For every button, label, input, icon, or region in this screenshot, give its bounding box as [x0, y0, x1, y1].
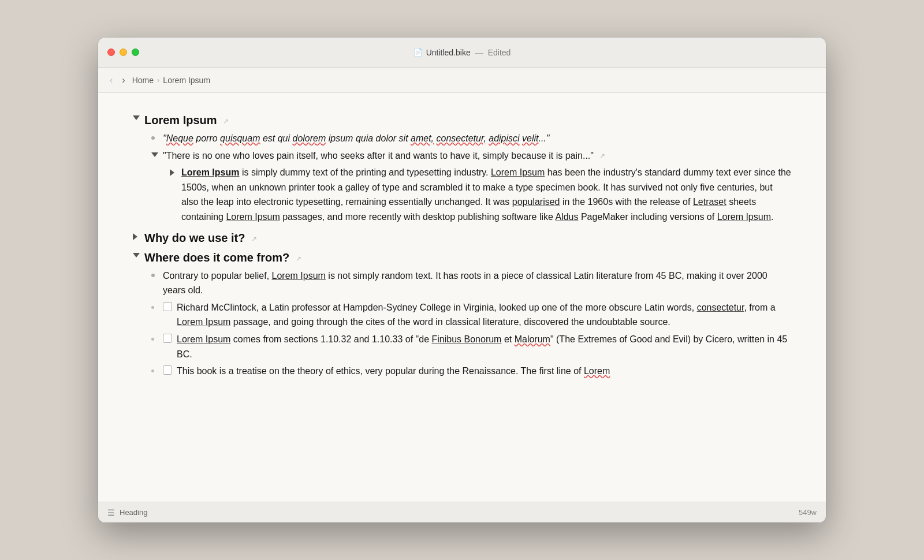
checkbox-text: Richard McClintock, a Latin professor at…: [177, 300, 791, 330]
close-button[interactable]: [107, 48, 115, 56]
titlebar-separator: —: [475, 48, 483, 57]
list-item: Lorem Ipsum comes from sections 1.10.32 …: [133, 332, 791, 363]
bullet-handle[interactable]: [151, 364, 163, 372]
breadcrumb-lorem-ipsum[interactable]: Lorem Ipsum: [163, 76, 210, 85]
back-button[interactable]: ‹: [107, 74, 115, 86]
toolbar: ‹ › Home › Lorem Ipsum: [98, 68, 826, 93]
list-item: Lorem Ipsum is simply dummy text of the …: [133, 165, 791, 225]
titlebar-filename: Untitled.bike: [426, 48, 471, 57]
bullet-handle[interactable]: [151, 268, 163, 277]
maximize-button[interactable]: [132, 48, 139, 56]
breadcrumb: Home › Lorem Ipsum: [132, 76, 210, 85]
bullet-icon[interactable]: [151, 369, 154, 372]
triangle-expanded-icon[interactable]: [133, 253, 140, 257]
list-item: Where does it come from? ↗: [133, 249, 791, 267]
checkbox[interactable]: [163, 302, 172, 311]
document-icon: 📄: [413, 48, 423, 57]
hover-arrow-icon: ↗: [296, 255, 301, 263]
expand-toggle[interactable]: [151, 148, 163, 157]
normal-text: "There is no one who loves pain itself, …: [163, 151, 594, 160]
spellcheck-text: Malorum: [515, 334, 550, 344]
list-item: Richard McClintock, a Latin professor at…: [133, 300, 791, 331]
checkbox-item: Richard McClintock, a Latin professor at…: [163, 300, 791, 330]
spellcheck-link: popularised: [512, 197, 560, 207]
spellcheck-link: Finibus Bonorum: [431, 334, 501, 344]
list-item: Why do we use it? ↗: [133, 229, 791, 248]
checkbox-text: This book is a treatise on the theory of…: [177, 364, 610, 379]
checkbox[interactable]: [163, 365, 172, 375]
list-item: "Neque porro quisquam est qui dolorem ip…: [133, 131, 791, 147]
link-text: Lorem Ipsum: [491, 167, 545, 177]
list-item: Contrary to popular belief, Lorem Ipsum …: [133, 268, 791, 299]
checkbox-item: Lorem Ipsum comes from sections 1.10.32 …: [163, 332, 791, 361]
bullet-handle[interactable]: [151, 131, 163, 140]
list-item: "There is no one who loves pain itself, …: [133, 148, 791, 165]
row-content[interactable]: "There is no one who loves pain itself, …: [163, 148, 791, 165]
forward-button[interactable]: ›: [120, 74, 127, 86]
expand-toggle[interactable]: [133, 111, 144, 120]
checkbox-item: This book is a treatise on the theory of…: [163, 364, 791, 379]
checkbox[interactable]: [163, 334, 172, 343]
row-content[interactable]: Lorem Ipsum comes from sections 1.10.32 …: [163, 332, 791, 363]
link-text: Lorem Ipsum: [272, 271, 326, 281]
hover-arrow-icon: ↗: [223, 117, 229, 125]
titlebar: 📄 Untitled.bike — Edited: [98, 38, 826, 68]
app-window: 📄 Untitled.bike — Edited ‹ › Home › Lore…: [98, 38, 826, 522]
expand-toggle[interactable]: [170, 165, 181, 176]
statusbar: ☰ Heading 549w: [98, 502, 826, 522]
spellcheck-text: Lorem: [584, 366, 610, 376]
link-text: Lorem Ipsum: [177, 317, 230, 327]
hover-arrow-icon: ↗: [599, 152, 605, 160]
triangle-collapsed-icon[interactable]: [133, 233, 137, 240]
statusbar-icon: ☰: [107, 508, 115, 517]
spellcheck-link-aldus: Aldus: [555, 212, 578, 222]
expand-toggle[interactable]: [133, 249, 144, 257]
paragraph-text: Contrary to popular belief, Lorem Ipsum …: [163, 271, 767, 296]
breadcrumb-separator: ›: [157, 76, 159, 84]
bullet-icon[interactable]: [151, 136, 155, 140]
heading-text: Where does it come from?: [144, 251, 289, 264]
bullet-icon[interactable]: [151, 274, 155, 277]
list-item: Lorem Ipsum ↗: [133, 111, 791, 130]
triangle-expanded-icon[interactable]: [133, 115, 140, 120]
hover-arrow-icon: ↗: [251, 235, 257, 243]
list-item: This book is a treatise on the theory of…: [133, 364, 791, 380]
row-content[interactable]: Why do we use it? ↗: [144, 229, 791, 248]
checkbox-text: Lorem Ipsum comes from sections 1.10.32 …: [177, 332, 791, 361]
minimize-button[interactable]: [120, 48, 127, 56]
bold-link: Lorem Ipsum: [181, 167, 239, 177]
titlebar-center: 📄 Untitled.bike — Edited: [413, 48, 511, 57]
triangle-collapsed-icon[interactable]: [170, 169, 174, 176]
bullet-icon[interactable]: [151, 306, 154, 309]
statusbar-wordcount: 549w: [799, 508, 817, 517]
link-text: Lorem Ipsum: [717, 212, 771, 222]
heading-text: Why do we use it?: [144, 232, 245, 244]
spellcheck-link-letraset: Letraset: [693, 197, 726, 207]
bullet-icon[interactable]: [151, 338, 154, 341]
traffic-lights: [107, 48, 139, 56]
titlebar-edited: Edited: [488, 48, 511, 57]
row-content[interactable]: "Neque porro quisquam est qui dolorem ip…: [163, 131, 791, 147]
content-area[interactable]: Lorem Ipsum ↗ "Neque porro quisquam est …: [98, 93, 826, 502]
paragraph-text: Lorem Ipsum is simply dummy text of the …: [181, 167, 791, 222]
link-text: Lorem Ipsum: [226, 212, 280, 222]
heading-text: Lorem Ipsum: [144, 114, 217, 126]
row-content[interactable]: This book is a treatise on the theory of…: [163, 364, 791, 380]
row-content[interactable]: Contrary to popular belief, Lorem Ipsum …: [163, 268, 791, 299]
expand-toggle[interactable]: [133, 229, 144, 240]
link-text: Lorem Ipsum: [177, 334, 230, 344]
spellcheck-link: consectetur: [697, 303, 744, 312]
row-content[interactable]: Lorem Ipsum is simply dummy text of the …: [181, 165, 791, 225]
statusbar-node-type: Heading: [120, 508, 799, 517]
row-content[interactable]: Richard McClintock, a Latin professor at…: [163, 300, 791, 331]
bullet-handle[interactable]: [151, 332, 163, 341]
italic-text: "Neque porro quisquam est qui dolorem ip…: [163, 133, 550, 143]
row-content[interactable]: Lorem Ipsum ↗: [144, 111, 791, 130]
triangle-expanded-icon[interactable]: [151, 152, 158, 157]
breadcrumb-home[interactable]: Home: [132, 76, 154, 85]
bullet-handle[interactable]: [151, 300, 163, 309]
row-content[interactable]: Where does it come from? ↗: [144, 249, 791, 267]
